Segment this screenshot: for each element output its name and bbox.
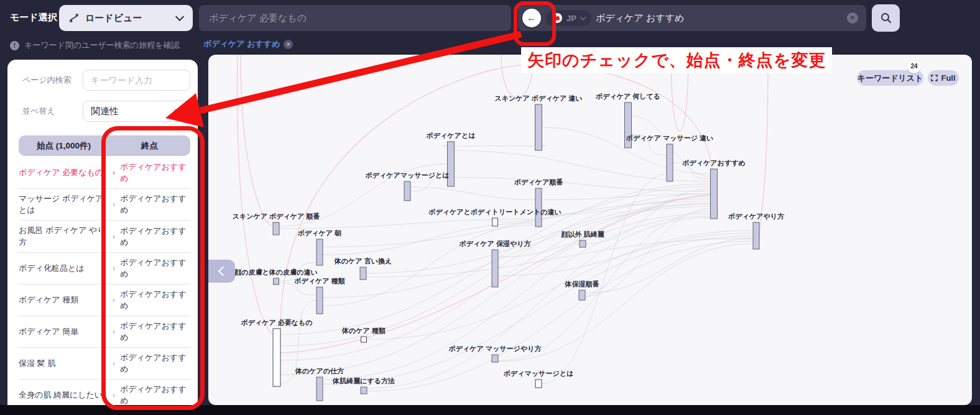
graph-node-label: 体のケアの仕方 <box>295 367 344 375</box>
chevron-right-icon: › <box>113 264 115 273</box>
graph-node[interactable] <box>317 239 323 265</box>
chevron-down-icon <box>580 14 586 20</box>
graph-node[interactable] <box>711 169 718 219</box>
start-keyword-cell: 保湿 髪 肌 <box>19 358 109 369</box>
end-keyword-input[interactable]: ← JP ボディケア おすすめ ✕ <box>518 5 866 31</box>
annotation-callout: 矢印のチェックで、始点・終点を変更 <box>521 47 832 73</box>
chevron-right-icon: › <box>113 327 115 336</box>
end-keyword-text: ボディケアおすすめ <box>120 257 190 280</box>
column-end-header: 終点 <box>109 140 190 152</box>
search-icon <box>880 12 892 24</box>
graph-node[interactable] <box>579 290 585 300</box>
graph-node[interactable] <box>753 222 759 249</box>
end-keyword-cell: ›ボディケアおすすめ <box>109 193 190 216</box>
graph-node[interactable] <box>274 278 279 285</box>
japan-flag-icon <box>552 13 562 23</box>
table-row[interactable]: ボディケア 簡単›ボディケアおすすめ <box>19 316 190 348</box>
info-icon: ! <box>10 41 19 50</box>
route-icon <box>69 13 79 23</box>
end-keyword-text: ボディケアおすすめ <box>120 226 190 248</box>
bottom-strip <box>0 405 980 415</box>
graph-node[interactable] <box>273 329 280 386</box>
start-keyword-cell: ボディケア 簡単 <box>19 326 109 337</box>
graph-node-label: ボディケアとは <box>426 132 476 139</box>
graph-node[interactable] <box>492 355 498 362</box>
top-bar: モード選択 ロードビュー ← JP ボディケア おすすめ ✕ <box>0 0 980 35</box>
graph-node[interactable] <box>317 287 323 314</box>
sort-label: 並べ替え <box>22 106 83 117</box>
graph-node[interactable] <box>317 377 323 401</box>
clear-icon[interactable]: ✕ <box>847 12 858 24</box>
graph-node[interactable] <box>273 222 279 235</box>
end-keyword-text: ボディケアおすすめ <box>120 321 190 343</box>
chevron-right-icon: › <box>113 391 115 399</box>
end-keyword-tag-label: ボディケア おすすめ <box>203 39 280 50</box>
graph-node[interactable] <box>492 218 498 226</box>
journey-edge <box>410 187 535 199</box>
search-button[interactable] <box>872 4 900 32</box>
tag-close-icon[interactable]: ✕ <box>284 40 293 49</box>
table-row[interactable]: ボディケア 種類›ボディケアおすすめ <box>19 285 190 316</box>
table-row[interactable]: マッサージ ボディケア とは›ボディケアおすすめ <box>19 189 190 221</box>
graph-node[interactable] <box>535 380 542 388</box>
graph-node[interactable] <box>667 144 673 181</box>
journey-edge <box>323 223 535 255</box>
journey-graph: スキンケア ボディケア 違いボディケア 何してるボディケア マッサージ 違いボデ… <box>208 55 972 405</box>
table-row[interactable]: ボディケア 必要なもの›ボディケアおすすめ <box>19 157 190 189</box>
arrow-left-icon: ← <box>527 12 537 24</box>
chevron-right-icon: › <box>113 296 115 304</box>
end-keyword-tag[interactable]: ボディケア おすすめ ✕ <box>203 39 293 50</box>
chevron-right-icon: › <box>113 168 115 177</box>
graph-node-label: ボディケア 何してる <box>595 93 660 100</box>
page-search-label: ページ内検索 <box>22 75 83 86</box>
start-keyword-cell: お風呂 ボディケア やり方 <box>19 225 109 247</box>
graph-node-label: ボディケア 朝 <box>297 229 341 237</box>
end-keyword-text: ボディケアおすすめ <box>120 289 190 311</box>
graph-node[interactable] <box>360 267 366 280</box>
journey-edge <box>585 209 711 296</box>
fullscreen-button[interactable]: Full <box>928 70 959 86</box>
graph-node[interactable] <box>580 240 586 247</box>
end-keyword-text: ボディケアおすすめ <box>120 162 190 184</box>
sidebar-collapse-button[interactable] <box>208 260 235 283</box>
column-start-header: 始点 (1,000件) <box>19 140 109 152</box>
graph-node[interactable] <box>361 387 367 394</box>
graph-node[interactable] <box>535 188 542 227</box>
journey-edge <box>443 146 546 147</box>
language-selector[interactable]: JP <box>546 10 591 26</box>
journey-table-header: 始点 (1,000件) 終点 <box>19 135 190 156</box>
end-keyword-text: ボディケアおすすめ <box>120 352 190 375</box>
mode-dropdown[interactable]: ロードビュー <box>59 5 193 31</box>
end-keyword-text: ボディケアおすすめ <box>120 193 190 216</box>
end-keyword-cell: ›ボディケアおすすめ <box>109 289 190 311</box>
graph-node-label: 顔以外 肌綺麗 <box>560 230 604 239</box>
graph-node-label: ボディケア マッサージやり方 <box>448 345 542 353</box>
journey-edge <box>279 283 317 295</box>
graph-node[interactable] <box>448 142 455 186</box>
graph-node[interactable] <box>535 104 542 150</box>
chevron-left-icon <box>218 267 228 276</box>
chevron-down-icon <box>175 12 184 21</box>
table-row[interactable]: 全身の肌 綺麗にしたい›ボディケアおすすめ <box>19 380 190 405</box>
journey-edge <box>498 211 711 361</box>
journey-edge <box>542 174 667 384</box>
end-keyword-value: ボディケア おすすめ <box>596 5 684 31</box>
graph-node[interactable] <box>492 250 498 287</box>
table-row[interactable]: ボディ化粧品とは›ボディケアおすすめ <box>19 253 190 285</box>
graph-node-label: ボディケア 保湿やり方 <box>459 240 532 248</box>
graph-node-label: 体のケア 言い換え <box>334 257 392 265</box>
table-row[interactable]: お風呂 ボディケア やり方›ボディケアおすすめ <box>19 221 190 252</box>
sort-select[interactable]: 関連性 <box>83 101 190 122</box>
graph-node[interactable] <box>404 181 410 201</box>
page-search-input[interactable] <box>83 70 190 91</box>
chevron-right-icon: › <box>113 232 115 241</box>
end-keyword-text: ボディケアおすすめ <box>120 384 190 405</box>
graph-node[interactable] <box>361 337 367 342</box>
swap-direction-button[interactable]: ← <box>522 9 541 27</box>
end-keyword-cell: ›ボディケアおすすめ <box>109 384 190 405</box>
graph-node-label: スキンケア ボディケア 順番 <box>233 212 320 221</box>
table-row[interactable]: 保湿 髪 肌›ボディケアおすすめ <box>19 348 190 380</box>
chevron-right-icon: › <box>113 200 115 209</box>
end-keyword-cell: ›ボディケアおすすめ <box>109 321 190 343</box>
start-keyword-input[interactable] <box>199 5 511 31</box>
